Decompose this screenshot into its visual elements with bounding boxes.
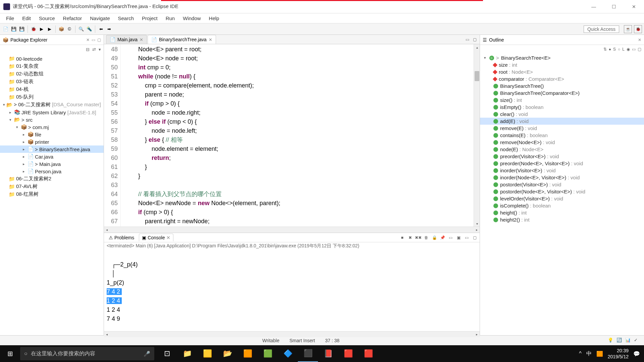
open-type-button[interactable]: 🔍 bbox=[77, 25, 85, 33]
tree-item[interactable]: ▸📄Car.java bbox=[0, 153, 104, 160]
maximize-button[interactable]: ☐ bbox=[607, 2, 621, 12]
task-view-icon[interactable]: ⊡ bbox=[157, 345, 177, 362]
tree-item[interactable]: ▸📦printer bbox=[0, 138, 104, 145]
maximize-icon[interactable]: ▢ bbox=[638, 47, 641, 52]
scroll-right-icon[interactable]: ▸ bbox=[474, 333, 480, 336]
sort-icon[interactable]: ⇅ bbox=[603, 47, 607, 52]
outline-item[interactable]: inorder(Node<E>, Visitor<E>) : void bbox=[480, 174, 644, 181]
minimize-icon[interactable]: ▭ bbox=[632, 47, 636, 52]
minimize-icon[interactable]: ▭ bbox=[464, 37, 470, 43]
minimize-icon[interactable]: ▭ bbox=[92, 38, 95, 42]
app-icon-4[interactable]: 🔷 bbox=[278, 345, 298, 362]
scroll-down-icon[interactable]: ▾ bbox=[474, 221, 480, 227]
outline-item[interactable]: size() : int bbox=[480, 97, 644, 104]
expand-icon[interactable]: ▸ bbox=[21, 155, 26, 159]
app-tray-icon[interactable]: 🟧 bbox=[596, 351, 603, 357]
close-tab-icon[interactable]: ✕ bbox=[209, 37, 212, 42]
close-icon[interactable]: ✕ bbox=[638, 38, 641, 42]
perspective-debug[interactable]: 🐞 bbox=[634, 25, 642, 33]
focus-icon[interactable]: ◉ bbox=[627, 47, 630, 52]
tree-item[interactable]: ▸📄Person.java bbox=[0, 168, 104, 175]
menu-window[interactable]: Window bbox=[179, 14, 205, 22]
close-tab-icon[interactable]: ✕ bbox=[140, 37, 143, 42]
close-icon[interactable]: ✕ bbox=[166, 235, 170, 240]
tree-item[interactable]: ▸📦file bbox=[0, 131, 104, 138]
outline-item[interactable]: isComplete() : boolean bbox=[480, 202, 644, 209]
expand-icon[interactable]: ▸ bbox=[8, 110, 13, 115]
tree-item[interactable]: ▾📂> 06-二叉搜索树 [DSA_Course master] bbox=[0, 101, 104, 109]
outline-item[interactable]: preorder(Visitor<E>) : void bbox=[480, 153, 644, 160]
app-icon-2[interactable]: 📂 bbox=[217, 345, 237, 362]
outline-item[interactable]: remove(Node<E>) : void bbox=[480, 139, 644, 146]
new-class-button[interactable]: © bbox=[66, 25, 73, 33]
explorer-icon[interactable]: 📁 bbox=[177, 345, 197, 362]
app-icon-5[interactable]: 🟥 bbox=[358, 345, 378, 362]
outline-item[interactable]: node(E) : Node<E> bbox=[480, 146, 644, 153]
tip-icon[interactable]: 💡 bbox=[608, 338, 614, 344]
ime-icon[interactable]: 中 bbox=[586, 350, 592, 357]
scroll-left-icon[interactable]: ◂ bbox=[104, 228, 110, 232]
tree-item[interactable]: 📁08-红黑树 bbox=[0, 190, 104, 198]
quick-access[interactable]: Quick Access bbox=[584, 25, 619, 33]
menu-refactor[interactable]: Refactor bbox=[59, 14, 86, 22]
tree-item[interactable]: 📁02-动态数组 bbox=[0, 70, 104, 78]
maximize-icon[interactable]: ▢ bbox=[472, 37, 478, 43]
eclipse-taskbar-icon[interactable]: ⬛ bbox=[298, 345, 318, 362]
minimize-icon[interactable]: ▭ bbox=[464, 235, 470, 241]
coverage-button[interactable]: ▶ bbox=[46, 25, 53, 33]
package-tree[interactable]: 📁00-leetcode📁01-复杂度📁02-动态数组📁03-链表📁04-栈📁0… bbox=[0, 54, 104, 335]
mic-icon[interactable]: 🎤 bbox=[144, 351, 150, 357]
tray-up-icon[interactable]: ^ bbox=[579, 351, 582, 357]
run-button[interactable]: ▶ bbox=[38, 25, 45, 33]
menu-project[interactable]: Project bbox=[138, 14, 162, 22]
forward-button[interactable]: ➡ bbox=[105, 25, 113, 33]
save-button[interactable]: 💾 bbox=[10, 25, 17, 33]
back-button[interactable]: ⬅ bbox=[97, 25, 105, 33]
tray-clock[interactable]: 20:39 2019/5/12 bbox=[608, 348, 629, 360]
tree-item[interactable]: 📁05-队列 bbox=[0, 93, 104, 101]
tab-console[interactable]: ▣ Console ✕ bbox=[139, 234, 173, 241]
start-button[interactable]: ⊞ bbox=[0, 345, 20, 362]
tree-item[interactable]: 📁07-AVL树 bbox=[0, 183, 104, 190]
maximize-icon[interactable]: ▢ bbox=[472, 235, 478, 241]
tree-item[interactable]: 📁06-二叉搜索树2 bbox=[0, 175, 104, 183]
vertical-scrollbar[interactable]: ▴ ▾ bbox=[474, 44, 480, 227]
save-all-button[interactable]: 💾 bbox=[18, 25, 25, 33]
new-package-button[interactable]: 📦 bbox=[58, 25, 65, 33]
editor-tab[interactable]: 📄BinarySearchTree.java✕ bbox=[148, 35, 216, 44]
perspective-java[interactable]: ☕ bbox=[624, 25, 632, 33]
tree-item[interactable]: ▸📄> Main.java bbox=[0, 160, 104, 168]
updates-icon[interactable]: 🔄 bbox=[616, 338, 623, 344]
tree-item[interactable]: 📁03-链表 bbox=[0, 78, 104, 85]
outline-item[interactable]: height() : int bbox=[480, 209, 644, 216]
hide-static-icon[interactable]: S bbox=[613, 47, 616, 52]
app-icon-1[interactable]: 🟨 bbox=[197, 345, 217, 362]
console-output[interactable]: ┌─2_p(4) │1_p(2)7 4 2 1 2 4 1 2 4 7 4 9 bbox=[104, 250, 480, 331]
outline-item[interactable]: BinarySearchTree() bbox=[480, 82, 644, 89]
console-h-scrollbar[interactable]: ◂ ▸ bbox=[104, 331, 480, 337]
link-editor-icon[interactable]: ⇄ bbox=[92, 47, 96, 52]
outline-item[interactable]: isEmpty() : boolean bbox=[480, 104, 644, 111]
new-button[interactable]: 📄 bbox=[2, 25, 9, 33]
menu-edit[interactable]: Edit bbox=[18, 14, 35, 22]
tab-problems[interactable]: ⚠ Problems bbox=[106, 234, 137, 241]
taskbar-search[interactable]: ○ 在这里输入你要搜索的内容 🎤 bbox=[20, 347, 154, 360]
hide-nonpublic-icon[interactable]: ○ bbox=[618, 47, 620, 52]
sublime-icon[interactable]: 🟧 bbox=[237, 345, 258, 362]
pin-icon[interactable]: 📌 bbox=[439, 235, 445, 241]
outline-item[interactable]: clear() : void bbox=[480, 111, 644, 118]
maximize-icon[interactable]: ▢ bbox=[97, 38, 101, 42]
scroll-up-icon[interactable]: ▴ bbox=[474, 44, 480, 50]
debug-button[interactable]: 🐞 bbox=[30, 25, 37, 33]
outline-item[interactable]: add(E) : void bbox=[480, 118, 644, 125]
close-icon[interactable]: ✕ bbox=[86, 38, 90, 42]
code-editor[interactable]: 4849505152535455565758596061626364656667… bbox=[104, 44, 480, 227]
view-menu-icon[interactable]: ▾ bbox=[99, 47, 101, 52]
outline-item[interactable]: size : int bbox=[480, 61, 644, 68]
expand-icon[interactable]: ▾ bbox=[15, 125, 19, 129]
expand-icon[interactable]: ▸ bbox=[21, 147, 26, 152]
outline-item[interactable]: comparator : Comparator<E> bbox=[480, 75, 644, 82]
tree-item[interactable]: ▾📦> com.mj bbox=[0, 123, 104, 131]
hide-local-icon[interactable]: L bbox=[622, 47, 625, 52]
tree-item[interactable]: ▾📂> src bbox=[0, 116, 104, 123]
